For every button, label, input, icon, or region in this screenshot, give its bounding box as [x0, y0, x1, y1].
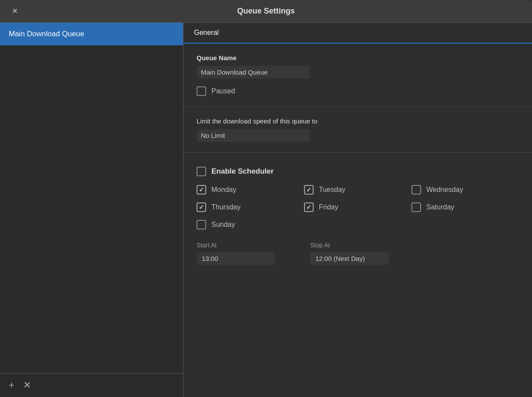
day-friday-row: Friday [304, 202, 411, 212]
day-wednesday-checkbox[interactable] [411, 185, 421, 195]
tab-general[interactable]: General [183, 23, 229, 43]
paused-checkbox[interactable] [197, 86, 206, 96]
day-monday-row: Monday [197, 185, 304, 195]
sidebar: Main Download Queue + ✕ [0, 23, 183, 397]
speed-limit-label: Limit the download speed of this queue t… [197, 117, 519, 125]
stop-at-group: Stop At 12:00 (Next Day) [310, 242, 389, 265]
titlebar: ✕ Queue Settings [0, 0, 532, 23]
day-saturday-label: Saturday [426, 203, 454, 211]
start-at-label: Start At [197, 242, 275, 249]
day-thursday-row: Thursday [197, 202, 304, 212]
sidebar-list: Main Download Queue [0, 23, 183, 373]
day-sunday-row: Sunday [197, 220, 304, 229]
sidebar-footer: + ✕ [0, 373, 183, 397]
main-panel: General Queue Name Main Download Queue P… [183, 23, 532, 397]
day-saturday-row: Saturday [411, 202, 519, 212]
scheduler-label: Enable Scheduler [211, 167, 274, 176]
day-sunday-label: Sunday [211, 221, 235, 229]
start-at-value[interactable]: 13:00 [197, 252, 275, 265]
day-tuesday-checkbox[interactable] [304, 185, 314, 195]
day-monday-checkbox[interactable] [197, 185, 206, 195]
day-wednesday-label: Wednesday [426, 186, 463, 194]
days-grid: Monday Tuesday Wednesday T [197, 185, 519, 229]
window-title: Queue Settings [237, 7, 295, 16]
start-at-group: Start At 13:00 [197, 242, 275, 265]
queue-name-label: Queue Name [197, 54, 519, 62]
day-tuesday-label: Tuesday [319, 186, 345, 194]
day-tuesday-row: Tuesday [304, 185, 411, 195]
stop-at-value[interactable]: 12:00 (Next Day) [310, 252, 389, 265]
queue-settings-window: ✕ Queue Settings Main Download Queue + ✕… [0, 0, 532, 397]
paused-label: Paused [211, 87, 235, 95]
scheduler-section: Enable Scheduler Monday Tuesday [183, 153, 532, 275]
scheduler-enable-row: Enable Scheduler [197, 167, 519, 176]
content-area: Main Download Queue + ✕ General Queue Na… [0, 23, 532, 397]
time-row: Start At 13:00 Stop At 12:00 (Next Day) [197, 242, 519, 265]
scheduler-checkbox[interactable] [197, 167, 206, 176]
queue-name-value[interactable]: Main Download Queue [197, 66, 310, 79]
day-monday-label: Monday [211, 186, 236, 194]
day-thursday-label: Thursday [211, 203, 241, 211]
speed-limit-value[interactable]: No Limit [197, 129, 310, 142]
stop-at-label: Stop At [310, 242, 389, 249]
sidebar-item-main-download-queue[interactable]: Main Download Queue [0, 23, 183, 45]
day-saturday-checkbox[interactable] [411, 202, 421, 212]
day-thursday-checkbox[interactable] [197, 202, 206, 212]
tabs-bar: General [183, 23, 532, 44]
day-friday-checkbox[interactable] [304, 202, 314, 212]
tab-general-label: General [194, 29, 219, 36]
add-queue-button[interactable]: + [9, 380, 14, 391]
speed-limit-section: Limit the download speed of this queue t… [183, 107, 532, 153]
day-wednesday-row: Wednesday [411, 185, 519, 195]
day-friday-label: Friday [319, 203, 338, 211]
sidebar-item-label: Main Download Queue [9, 30, 84, 38]
day-sunday-checkbox[interactable] [197, 220, 206, 229]
queue-name-section: Queue Name Main Download Queue Paused [183, 44, 532, 107]
remove-queue-button[interactable]: ✕ [23, 380, 31, 391]
close-button[interactable]: ✕ [9, 6, 20, 17]
paused-row: Paused [197, 86, 519, 96]
